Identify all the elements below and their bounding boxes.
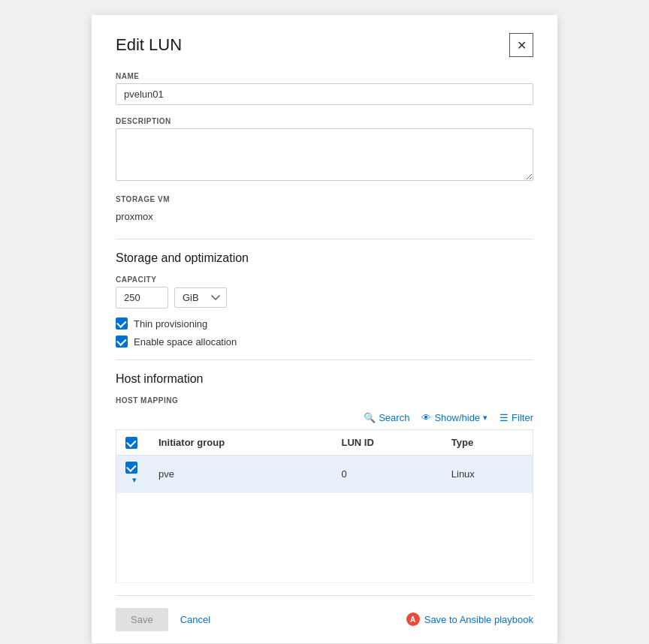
- storage-vm-field-group: STORAGE VM proxmox: [116, 195, 533, 227]
- table-body: ▾ pve 0 Linux: [116, 455, 533, 582]
- name-field-group: NAME: [116, 72, 533, 105]
- cell-initiator-group: pve: [149, 455, 333, 492]
- capacity-label: CAPACITY: [116, 275, 533, 284]
- col-initiator-group: Initiator group: [149, 430, 333, 456]
- storage-vm-value: proxmox: [116, 206, 533, 227]
- col-type: Type: [442, 430, 533, 456]
- save-button[interactable]: Save: [116, 608, 168, 631]
- close-icon: ✕: [517, 38, 527, 53]
- divider-1: [116, 239, 533, 239]
- space-allocation-label: Enable space allocation: [134, 336, 237, 348]
- row-expand-icon[interactable]: ▾: [128, 474, 140, 486]
- search-button[interactable]: 🔍 Search: [364, 411, 409, 425]
- filter-button[interactable]: ☰ Filter: [500, 411, 533, 425]
- search-label: Search: [379, 412, 409, 423]
- search-icon: 🔍: [364, 412, 376, 423]
- header-checkbox-cell: [116, 430, 150, 456]
- table-empty-area: [116, 492, 533, 582]
- storage-section: Storage and optimization CAPACITY GiB Ti…: [116, 251, 533, 348]
- description-field-group: DESCRIPTION: [116, 117, 533, 183]
- space-allocation-row: Enable space allocation: [116, 336, 533, 348]
- host-mapping-label: HOST MAPPING: [116, 396, 533, 405]
- cell-type: Linux: [442, 455, 533, 492]
- host-info-title: Host information: [116, 372, 533, 386]
- chevron-down-icon: ▾: [483, 413, 488, 423]
- eye-icon: 👁: [421, 412, 431, 423]
- name-label: NAME: [116, 72, 533, 80]
- show-hide-button[interactable]: 👁 Show/hide ▾: [421, 411, 488, 425]
- thin-provisioning-row: Thin provisioning: [116, 317, 533, 330]
- storage-section-title: Storage and optimization: [116, 251, 533, 265]
- ansible-label: Save to Ansible playbook: [424, 614, 533, 625]
- storage-vm-label: STORAGE VM: [116, 195, 533, 203]
- dialog-footer: Save Cancel A Save to Ansible playbook: [116, 595, 533, 643]
- host-mapping-table: Initiator group LUN ID Type ▾ pv: [116, 429, 533, 583]
- close-button[interactable]: ✕: [509, 33, 533, 57]
- description-input[interactable]: [116, 128, 533, 181]
- filter-label: Filter: [512, 412, 533, 423]
- ansible-icon: A: [406, 612, 420, 626]
- select-all-checkbox[interactable]: [125, 437, 137, 449]
- description-label: DESCRIPTION: [116, 117, 533, 125]
- host-info-section: Host information HOST MAPPING 🔍 Search 👁…: [116, 372, 533, 583]
- col-lun-id: LUN ID: [333, 430, 442, 456]
- cancel-button[interactable]: Cancel: [177, 608, 213, 631]
- row-checkbox-cell: ▾: [116, 455, 150, 492]
- filter-icon: ☰: [500, 412, 509, 423]
- thin-provisioning-checkbox[interactable]: [116, 317, 128, 330]
- dialog-title: Edit LUN: [116, 35, 182, 55]
- thin-provisioning-label: Thin provisioning: [134, 318, 207, 330]
- table-row: ▾ pve 0 Linux: [116, 455, 533, 492]
- table-toolbar: 🔍 Search 👁 Show/hide ▾ ☰ Filter: [116, 411, 533, 425]
- space-allocation-checkbox[interactable]: [116, 336, 128, 348]
- table-empty-row: [116, 492, 533, 582]
- edit-lun-dialog: Edit LUN ✕ NAME DESCRIPTION STORAGE VM p…: [92, 15, 557, 643]
- table-header-row: Initiator group LUN ID Type: [116, 430, 533, 456]
- capacity-input[interactable]: [116, 287, 168, 308]
- ansible-button[interactable]: A Save to Ansible playbook: [406, 612, 533, 626]
- cell-lun-id: 0: [333, 455, 442, 492]
- table-header: Initiator group LUN ID Type: [116, 430, 533, 456]
- unit-select[interactable]: GiB TiB MiB: [174, 287, 227, 308]
- dialog-header: Edit LUN ✕: [116, 33, 533, 57]
- divider-2: [116, 360, 533, 360]
- name-input[interactable]: [116, 83, 533, 105]
- show-hide-label: Show/hide: [434, 412, 480, 423]
- row-checkbox[interactable]: [125, 462, 137, 474]
- capacity-row: GiB TiB MiB: [116, 287, 533, 308]
